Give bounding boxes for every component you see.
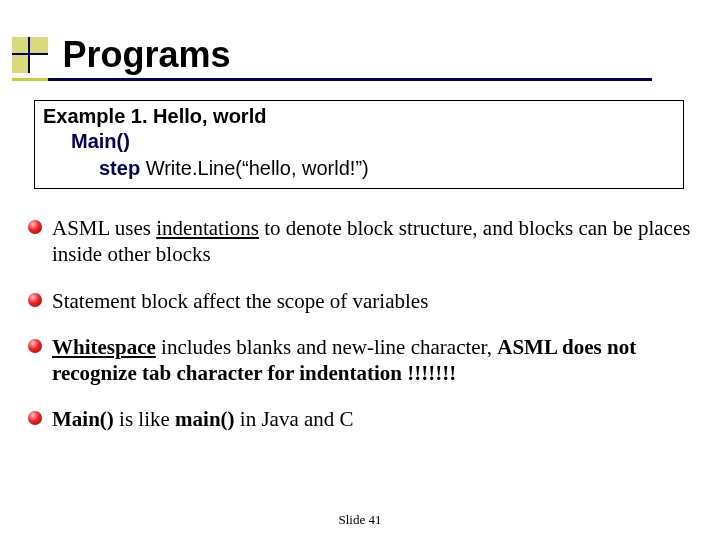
bullet-list: ASML uses indentations to denote block s… <box>28 215 698 453</box>
slide-footer: Slide 41 <box>0 512 720 528</box>
bullet-text: Whitespace includes blanks and new-line … <box>52 334 698 387</box>
slide-title-block: Programs <box>12 34 231 76</box>
bullet-text: ASML uses indentations to denote block s… <box>52 215 698 268</box>
text-segment: Statement block affect the scope of vari… <box>52 289 428 313</box>
text-segment: indentations <box>156 216 259 240</box>
bullet-dot-icon <box>28 339 42 353</box>
code-line: step Write.Line(“hello, world!”) <box>43 155 675 182</box>
example-code-lines: Main()step Write.Line(“hello, world!”) <box>43 128 675 182</box>
code-line: Main() <box>43 128 675 155</box>
example-code-box: Example 1. Hello, world Main()step Write… <box>34 100 684 189</box>
bullet-item: Main() is like main() in Java and C <box>28 406 698 432</box>
title-accent <box>12 78 48 81</box>
code-keyword: step <box>99 157 140 179</box>
title-decorative-square <box>12 37 48 73</box>
text-segment: is like <box>114 407 175 431</box>
bullet-dot-icon <box>28 293 42 307</box>
code-text: Write.Line(“hello, world!”) <box>140 157 369 179</box>
bullet-item: ASML uses indentations to denote block s… <box>28 215 698 268</box>
text-segment: ASML uses <box>52 216 156 240</box>
bullet-item: Statement block affect the scope of vari… <box>28 288 698 314</box>
slide-title: Programs <box>62 34 230 76</box>
text-segment: Whitespace <box>52 335 156 359</box>
bullet-text: Main() is like main() in Java and C <box>52 406 698 432</box>
bullet-dot-icon <box>28 220 42 234</box>
text-segment: includes blanks and new-line character, <box>156 335 497 359</box>
text-segment: main() <box>175 407 235 431</box>
text-segment: Main() <box>52 407 114 431</box>
code-keyword: Main() <box>71 130 130 152</box>
text-segment: in Java and C <box>235 407 354 431</box>
bullet-text: Statement block affect the scope of vari… <box>52 288 698 314</box>
title-underline <box>12 78 652 81</box>
bullet-item: Whitespace includes blanks and new-line … <box>28 334 698 387</box>
bullet-dot-icon <box>28 411 42 425</box>
example-heading: Example 1. Hello, world <box>43 105 675 128</box>
